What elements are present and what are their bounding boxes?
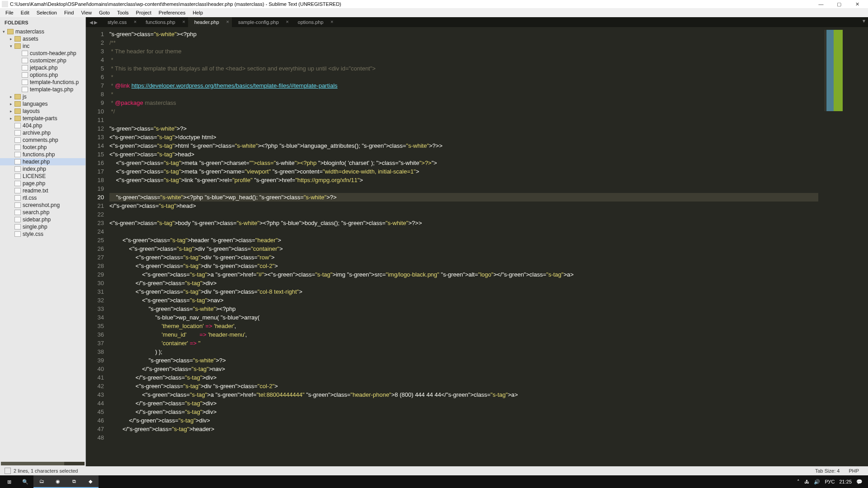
sidebar: FOLDERS ▾masterclass▸assets▾inccustom-he… [0,17,86,466]
maximize-button[interactable]: ▢ [830,0,848,8]
tree-file[interactable]: custom-header.php [0,50,85,57]
tree-file[interactable]: style.css [0,230,85,238]
folder-tree[interactable]: ▾masterclass▸assets▾inccustom-header.php… [0,28,85,462]
sidebar-header: FOLDERS [0,17,85,28]
tab-close-icon[interactable]: × [182,19,185,24]
tree-file[interactable]: jetpack.php [0,64,85,71]
search-icon[interactable]: 🔍 [17,475,33,488]
taskbar-explorer-icon[interactable]: 🗂 [33,475,50,488]
menu-view[interactable]: View [77,9,95,16]
menu-project[interactable]: Project [132,9,155,16]
tree-file[interactable]: single.php [0,223,85,230]
tree-folder[interactable]: ▸template-parts [0,115,85,122]
menu-preferences[interactable]: Preferences [155,9,189,16]
tree-file[interactable]: screenshot.png [0,202,85,209]
tree-file[interactable]: search.php [0,209,85,216]
line-number-gutter: 1234567891011121314151617181920212223242… [86,27,109,466]
tray-chevron-up-icon[interactable]: ˄ [797,479,800,485]
status-tabsize[interactable]: Tab Size: 4 [811,468,844,474]
tab-nav-arrows[interactable]: ◀ ▶ [86,17,101,27]
window-title: C:\Users\Kamah\Desktop\OSPanel\domains\m… [10,1,341,7]
tray-network-icon[interactable]: 🖧 [804,479,809,484]
tab-header-php[interactable]: header.php× [188,17,232,27]
tab-close-icon[interactable]: × [134,19,137,24]
tree-file[interactable]: LICENSE [0,173,85,180]
code-editor[interactable]: "s-green">class="s-white"><?php/** * The… [109,27,818,466]
tab-overflow-icon[interactable]: ▼ [862,19,866,23]
taskbar-chrome-icon[interactable]: ◉ [50,475,66,488]
tree-file[interactable]: readme.txt [0,187,85,194]
menu-goto[interactable]: Goto [95,9,113,16]
tab-close-icon[interactable]: × [330,19,333,24]
window-titlebar: C:\Users\Kamah\Desktop\OSPanel\domains\m… [0,0,868,8]
tree-folder[interactable]: ▾inc [0,42,85,50]
close-button[interactable]: ✕ [848,0,866,8]
tree-folder[interactable]: ▸layouts [0,108,85,115]
status-syntax[interactable]: PHP [844,468,863,474]
menu-edit[interactable]: Edit [17,9,33,16]
tab-close-icon[interactable]: × [226,19,229,24]
tree-folder[interactable]: ▾masterclass [0,28,85,35]
tree-file[interactable]: page.php [0,180,85,187]
tree-file[interactable]: template-functions.p [0,79,85,86]
tree-file[interactable]: sidebar.php [0,216,85,223]
minimize-button[interactable]: — [812,0,830,8]
tree-file[interactable]: index.php [0,165,85,173]
tree-folder[interactable]: ▸js [0,93,85,100]
statusbar-icon [5,468,11,474]
tab-options-php[interactable]: options.php× [292,17,336,27]
menu-find[interactable]: Find [61,9,77,16]
tab-style-css[interactable]: style.css× [101,17,139,27]
tree-folder[interactable]: ▸assets [0,35,85,42]
tray-volume-icon[interactable]: 🔊 [814,479,820,485]
menu-tools[interactable]: Tools [113,9,132,16]
app-icon [2,1,8,7]
menu-selection[interactable]: Selection [33,9,61,16]
menubar: FileEditSelectionFindViewGotoToolsProjec… [0,8,868,17]
tray-notifications-icon[interactable]: 💬 [856,479,863,485]
tree-folder[interactable]: ▸languages [0,100,85,108]
editor-area: ◀ ▶ style.css×functions.php×header.php×s… [86,17,868,466]
tree-file[interactable]: archive.php [0,129,85,136]
menu-help[interactable]: Help [189,9,207,16]
status-selection: 2 lines, 1 characters selected [14,468,78,474]
tab-functions-php[interactable]: functions.php× [139,17,188,27]
tray-language[interactable]: РУС [825,479,835,484]
windows-taskbar: ⊞ 🔍 🗂 ◉ ⧉ ◆ ˄ 🖧 🔊 РУС 21:25 💬 [0,475,868,488]
tab-close-icon[interactable]: × [286,19,288,24]
tree-file[interactable]: functions.php [0,151,85,158]
sidebar-scrollbar-horizontal[interactable] [1,462,85,465]
tree-file[interactable]: customizer.php [0,57,85,64]
tree-file[interactable]: 404.php [0,122,85,129]
tree-file[interactable]: comments.php [0,136,85,144]
start-button[interactable]: ⊞ [1,475,17,488]
tree-file[interactable]: template-tags.php [0,86,85,93]
tree-file[interactable]: rtl.css [0,194,85,202]
tree-file[interactable]: footer.php [0,144,85,151]
statusbar: 2 lines, 1 characters selected Tab Size:… [0,466,868,475]
tab-bar: ◀ ▶ style.css×functions.php×header.php×s… [86,17,868,27]
system-tray[interactable]: ˄ 🖧 🔊 РУС 21:25 💬 [797,479,867,485]
taskbar-vscode-icon[interactable]: ⧉ [66,475,82,488]
tab-sample-config-php[interactable]: sample-config.php× [232,17,292,27]
tray-clock[interactable]: 21:25 [839,479,852,484]
menu-file[interactable]: File [2,9,17,16]
tree-file[interactable]: options.php [0,71,85,79]
taskbar-sublime-icon[interactable]: ◆ [82,475,99,488]
minimap[interactable] [818,27,868,466]
tree-file[interactable]: header.php [0,158,85,165]
